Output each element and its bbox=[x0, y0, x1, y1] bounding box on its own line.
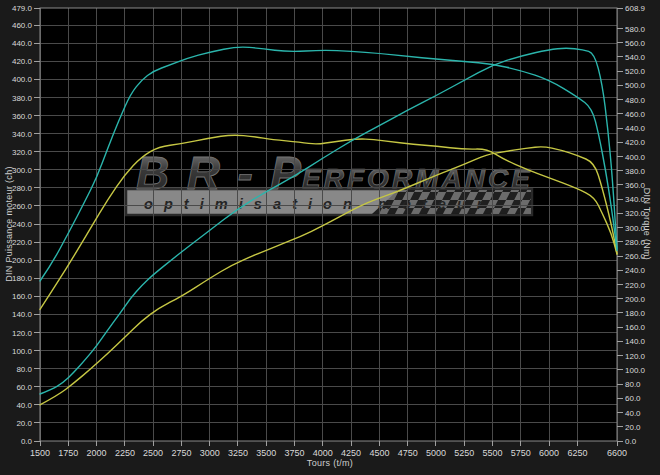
svg-text:220.0: 220.0 bbox=[12, 238, 33, 247]
svg-text:2750: 2750 bbox=[171, 448, 191, 458]
svg-text:260.0: 260.0 bbox=[12, 202, 33, 211]
svg-text:140.0: 140.0 bbox=[12, 310, 33, 319]
svg-text:3500: 3500 bbox=[256, 448, 276, 458]
svg-text:240.0: 240.0 bbox=[12, 220, 33, 229]
svg-text:160.0: 160.0 bbox=[12, 292, 33, 301]
svg-text:3250: 3250 bbox=[228, 448, 248, 458]
svg-text:60.0: 60.0 bbox=[625, 394, 641, 403]
svg-text:120.0: 120.0 bbox=[12, 329, 33, 338]
svg-text:4500: 4500 bbox=[369, 448, 389, 458]
svg-text:3750: 3750 bbox=[285, 448, 305, 458]
svg-text:479.0: 479.0 bbox=[12, 4, 33, 13]
svg-text:440.0: 440.0 bbox=[12, 39, 33, 48]
svg-text:4750: 4750 bbox=[398, 448, 418, 458]
svg-text:1750: 1750 bbox=[58, 448, 78, 458]
svg-text:280.0: 280.0 bbox=[12, 184, 33, 193]
svg-text:2000: 2000 bbox=[87, 448, 107, 458]
svg-text:340.0: 340.0 bbox=[12, 130, 33, 139]
svg-text:20.0: 20.0 bbox=[16, 419, 32, 428]
svg-text:ERFORMANCE: ERFORMANCE bbox=[302, 163, 532, 194]
svg-text:100.0: 100.0 bbox=[12, 347, 33, 356]
svg-text:60.0: 60.0 bbox=[16, 383, 32, 392]
svg-text:1500: 1500 bbox=[30, 448, 50, 458]
svg-text:6250: 6250 bbox=[567, 448, 587, 458]
svg-text:5000: 5000 bbox=[426, 448, 446, 458]
svg-text:80.0: 80.0 bbox=[625, 380, 641, 389]
left-axis-title: DIN Puissance moteur (ch) bbox=[3, 4, 15, 444]
svg-text:40.0: 40.0 bbox=[625, 409, 641, 418]
svg-text:320.0: 320.0 bbox=[12, 148, 33, 157]
svg-text:200.0: 200.0 bbox=[12, 256, 33, 265]
svg-text:4250: 4250 bbox=[341, 448, 361, 458]
svg-text:2500: 2500 bbox=[143, 448, 163, 458]
svg-text:BR-P: BR-P bbox=[136, 147, 304, 199]
svg-text:2250: 2250 bbox=[115, 448, 135, 458]
svg-text:6000: 6000 bbox=[539, 448, 559, 458]
svg-text:300.0: 300.0 bbox=[12, 166, 33, 175]
svg-text:40.0: 40.0 bbox=[16, 401, 32, 410]
svg-text:360.0: 360.0 bbox=[12, 112, 33, 121]
svg-text:460.0: 460.0 bbox=[12, 21, 33, 30]
right-axis-title: DIN Torque (Nm) bbox=[641, 4, 653, 444]
svg-text:5250: 5250 bbox=[454, 448, 474, 458]
svg-text:380.0: 380.0 bbox=[12, 94, 33, 103]
x-axis-title: Tours (t/m) bbox=[0, 458, 660, 468]
svg-text:0.0: 0.0 bbox=[21, 437, 33, 446]
svg-text:5500: 5500 bbox=[482, 448, 502, 458]
svg-text:80.0: 80.0 bbox=[16, 365, 32, 374]
svg-text:5750: 5750 bbox=[511, 448, 531, 458]
svg-text:420.0: 420.0 bbox=[12, 57, 33, 66]
svg-text:180.0: 180.0 bbox=[12, 274, 33, 283]
svg-text:0.0: 0.0 bbox=[625, 437, 637, 446]
svg-text:400.0: 400.0 bbox=[12, 75, 33, 84]
svg-text:20.0: 20.0 bbox=[625, 423, 641, 432]
svg-text:3000: 3000 bbox=[200, 448, 220, 458]
svg-text:4000: 4000 bbox=[313, 448, 333, 458]
dyno-chart: BR-P ERFORMANCE optimisation moteur 479.… bbox=[0, 0, 660, 475]
svg-text:6600: 6600 bbox=[607, 448, 627, 458]
chart-canvas: BR-P ERFORMANCE optimisation moteur 479.… bbox=[0, 0, 660, 475]
